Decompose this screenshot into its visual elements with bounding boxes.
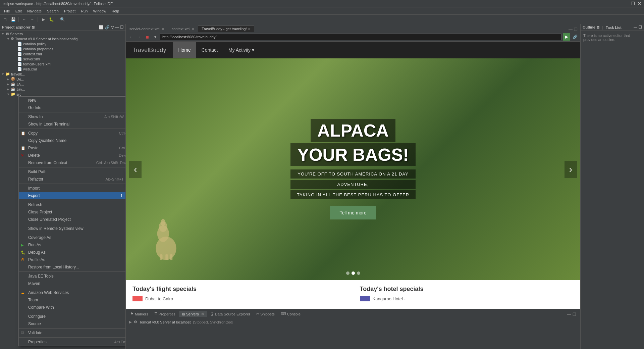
hero-dot-3[interactable]: [357, 271, 360, 275]
ctx-export[interactable]: Export 1 ▶: [19, 192, 125, 199]
ctx-close-unrelated[interactable]: Close Unrelated Project: [19, 216, 125, 223]
collapse-all-icon[interactable]: ⬜: [99, 25, 104, 30]
right-panel-maximize[interactable]: ❐: [639, 25, 642, 30]
minimize-button[interactable]: —: [624, 1, 628, 6]
ctx-maven[interactable]: Maven ▶: [19, 280, 125, 287]
toolbar-save[interactable]: 💾: [9, 16, 17, 23]
menu-navigate[interactable]: Navigate: [24, 8, 44, 14]
tab-context-xml[interactable]: context.xml ✕: [168, 26, 198, 32]
ctx-source[interactable]: Source ▶: [19, 320, 125, 328]
hero-next-button[interactable]: ›: [565, 161, 577, 178]
tree-context-xml[interactable]: 📄 context.xml: [0, 51, 125, 56]
tree-web-xml[interactable]: 📄 web.xml: [0, 66, 125, 71]
hero-prev-button[interactable]: ‹: [129, 161, 142, 178]
tree-tomcat-users[interactable]: 📄 tomcat-users.xml: [0, 61, 125, 66]
ctx-remove-context[interactable]: Remove from Context Ctrl+Alt+Shift+Down: [19, 159, 125, 166]
bottom-tab-snippets[interactable]: ✂ Snippets: [254, 311, 277, 317]
ctx-run-as[interactable]: ▶ Run As ▶: [19, 241, 125, 249]
hero-dot-1[interactable]: [346, 271, 350, 275]
ctx-build-path[interactable]: Build Path ▶: [19, 168, 125, 176]
toolbar-back[interactable]: ←: [20, 16, 28, 23]
servers-tab-close[interactable]: ⊠: [201, 312, 204, 316]
tab-context-close[interactable]: ✕: [192, 27, 194, 31]
tab-minimize-icon[interactable]: —: [569, 27, 573, 32]
ctx-profile-as[interactable]: ⏱ Profile As ▶: [19, 256, 125, 263]
view-menu-icon[interactable]: ▽: [111, 25, 114, 30]
bottom-tab-markers[interactable]: ⚑ Markers: [128, 311, 151, 317]
nav-my-activity[interactable]: My Activity: [223, 42, 260, 58]
tab-servlet-context[interactable]: servlet-context.xml ✕: [126, 26, 168, 32]
tree-dep[interactable]: ▶ 📦 De...: [0, 77, 125, 82]
bottom-panel-minimize-icon[interactable]: —: [567, 312, 571, 317]
bottom-tab-servers[interactable]: 🖥 Servers ⊠: [179, 311, 207, 317]
tree-server-xml[interactable]: 📄 server.xml: [0, 56, 125, 61]
ctx-restore-history[interactable]: Restore from Local History...: [19, 263, 125, 271]
hero-cta-button[interactable]: Tell me more: [330, 206, 376, 219]
ctx-properties[interactable]: Properties Alt+Enter: [19, 338, 125, 346]
menu-project[interactable]: Project: [61, 8, 78, 14]
maximize-panel-icon[interactable]: ❐: [120, 25, 123, 30]
browser-dropdown-button[interactable]: ▾: [152, 34, 159, 40]
toolbar-new[interactable]: ◻: [1, 16, 9, 23]
ctx-show-in[interactable]: Show In Alt+Shift+W ▶: [19, 113, 125, 120]
ctx-import[interactable]: Import ▶: [19, 185, 125, 192]
maximize-button[interactable]: ❐: [631, 1, 635, 6]
ctx-new[interactable]: New ▶: [19, 97, 125, 104]
bottom-tab-console[interactable]: ⌨ Console: [278, 311, 303, 317]
ctx-refactor[interactable]: Refactor Alt+Shift+T ▶: [19, 176, 125, 183]
bottom-tab-properties[interactable]: ☰ Properties: [152, 311, 178, 317]
link-editor-icon[interactable]: 🔗: [105, 25, 110, 30]
tree-servers-root[interactable]: ▼ 🖥 Servers: [0, 32, 125, 36]
tab-maximize-icon[interactable]: ❐: [574, 27, 578, 32]
ctx-close-project[interactable]: Close Project: [19, 208, 125, 216]
ctx-delete[interactable]: ✕ Delete Delete: [19, 152, 125, 159]
bottom-tab-data-source[interactable]: 🗄 Data Source Explorer: [208, 311, 253, 317]
nav-contact[interactable]: Contact: [196, 42, 223, 58]
tree-catalina-props[interactable]: 📄 catalina.properties: [0, 46, 125, 51]
menu-help[interactable]: Help: [109, 8, 122, 14]
browser-extra-button[interactable]: 🔗: [572, 34, 578, 40]
browser-go-button[interactable]: ▶: [563, 33, 570, 41]
tab-travelbuddy-close[interactable]: ✕: [248, 27, 251, 31]
right-panel-minimize[interactable]: —: [634, 26, 637, 30]
tree-src[interactable]: ▼ 📁 src: [0, 92, 125, 97]
browser-stop-button[interactable]: ◼: [144, 34, 151, 40]
ctx-aws[interactable]: ☁ Amazon Web Services ▶: [19, 289, 125, 296]
ctx-copy[interactable]: 📋 Copy Ctrl+C: [19, 130, 125, 137]
ctx-validate[interactable]: ☑ Validate: [19, 329, 125, 337]
url-input[interactable]: [160, 34, 561, 40]
ctx-go-into[interactable]: Go Into: [19, 104, 125, 111]
close-button[interactable]: ✕: [638, 1, 641, 6]
toolbar-run[interactable]: ▶: [40, 16, 47, 23]
tree-tomcat[interactable]: ▼ ⚙ Tomcat v9.0 Server at localhost-conf…: [0, 36, 125, 41]
tab-travelbuddy[interactable]: TravelBuddy - get traveling! ✕: [198, 26, 254, 32]
toolbar-forward[interactable]: →: [29, 16, 36, 23]
browser-back-button[interactable]: ←: [128, 34, 135, 40]
minimize-panel-icon[interactable]: —: [115, 25, 119, 30]
tree-catalina-policy[interactable]: 📄 catalina.policy: [0, 41, 125, 46]
ctx-configure[interactable]: Configure ▶: [19, 313, 125, 320]
ctx-paste[interactable]: 📋 Paste Ctrl+V: [19, 144, 125, 152]
nav-home[interactable]: Home: [173, 42, 196, 58]
tab-servlet-close[interactable]: ✕: [162, 27, 164, 31]
toolbar-debug[interactable]: 🐛: [48, 16, 55, 23]
menu-search[interactable]: Search: [44, 8, 61, 14]
tree-project[interactable]: ▼ 📁 travelb...: [0, 71, 125, 77]
hero-dot-2[interactable]: [352, 271, 355, 275]
server-expand-arrow[interactable]: ▶: [129, 320, 132, 324]
ctx-refresh[interactable]: Refresh F5: [19, 201, 125, 208]
browser-forward-button[interactable]: →: [136, 34, 143, 40]
menu-window[interactable]: Window: [90, 8, 109, 14]
menu-edit[interactable]: Edit: [13, 8, 24, 14]
toolbar-search[interactable]: 🔍: [59, 16, 66, 23]
ctx-show-local-terminal[interactable]: Show in Local Terminal ▶: [19, 120, 125, 128]
ctx-copy-qualified[interactable]: Copy Qualified Name: [19, 137, 125, 144]
ctx-java-ee-tools[interactable]: Java EE Tools ▶: [19, 272, 125, 280]
menu-run[interactable]: Run: [78, 8, 90, 14]
ctx-compare-with[interactable]: Compare With ▶: [19, 304, 125, 311]
bottom-panel-maximize-icon[interactable]: ❐: [573, 312, 576, 317]
menu-file[interactable]: File: [1, 8, 13, 14]
ctx-show-remote[interactable]: Show in Remote Systems view: [19, 225, 125, 232]
ctx-debug-as[interactable]: 🐛 Debug As ▶: [19, 249, 125, 256]
ctx-coverage-as[interactable]: Coverage As ▶: [19, 234, 125, 241]
